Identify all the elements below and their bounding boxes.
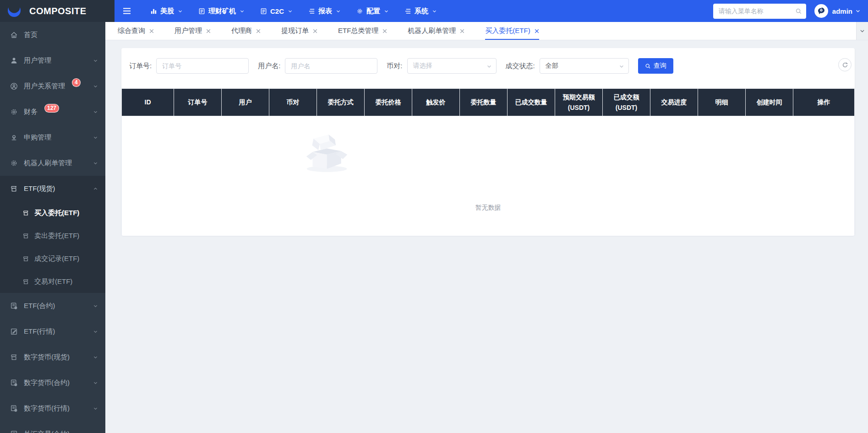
column-header: 明细: [698, 89, 746, 116]
stamp-icon: [10, 134, 18, 141]
user-circle-icon: [10, 82, 18, 90]
chevron-down-icon: [93, 432, 98, 433]
close-icon[interactable]: [382, 29, 387, 33]
chevron-down-icon: [240, 9, 245, 14]
pair-select[interactable]: 请选择: [407, 58, 497, 74]
chevron-down-icon: [93, 303, 98, 309]
search-icon: [645, 63, 651, 69]
username-input[interactable]: [285, 58, 377, 74]
chevron-down-icon: [93, 406, 98, 411]
close-icon[interactable]: [313, 29, 317, 33]
app-logo[interactable]: COMPOSITE: [0, 0, 115, 22]
notification-badge: 127: [44, 104, 59, 113]
close-icon[interactable]: [206, 29, 211, 33]
list-icon: [308, 8, 315, 15]
chevron-down-icon: [93, 109, 98, 114]
empty-text: 暂无数据: [122, 204, 854, 212]
sidebar-item-user-management[interactable]: 用户管理: [0, 48, 105, 73]
sidebar-item-etf-spot[interactable]: ETF(现货): [0, 176, 105, 201]
search-icon: [795, 8, 802, 15]
hamburger-menu-icon[interactable]: [120, 5, 134, 17]
close-icon[interactable]: [460, 29, 464, 33]
tab-user-management[interactable]: 用户管理: [175, 22, 211, 40]
nav-item-reports[interactable]: 报表: [304, 0, 345, 22]
gear-icon: [10, 159, 18, 167]
column-header: 币对: [269, 89, 317, 116]
sidebar-item-home[interactable]: 首页: [0, 22, 105, 48]
document-gear-icon: [10, 405, 18, 412]
chevron-down-icon: [93, 380, 98, 385]
sidebar-item-finance[interactable]: 财务 127: [0, 99, 105, 124]
nav-item-system[interactable]: 系统: [400, 0, 442, 22]
sidebar-item-subscription[interactable]: 申购管理: [0, 124, 105, 150]
bar-chart-icon: [150, 8, 157, 15]
sidebar-item-user-relations[interactable]: 用户关系管理 4: [0, 73, 105, 99]
top-nav-menu: 美股 理财矿机 C2C 报表: [146, 0, 442, 22]
content-card: 订单号: 用户名: 币对: 请选择 成交状态: 全部: [121, 48, 855, 236]
chevron-down-icon: [93, 135, 98, 140]
column-header: 操作: [793, 89, 855, 116]
shop-icon: [22, 233, 29, 239]
chevron-down-icon: [178, 9, 183, 14]
sidebar-subitem-trading-pairs-etf[interactable]: 交易对(ETF): [0, 270, 105, 293]
nav-item-wealth-miner[interactable]: 理财矿机: [194, 0, 249, 22]
chevron-down-icon: [336, 9, 341, 14]
column-header: 交易进度: [650, 89, 698, 116]
sidebar-subitem-trade-records-etf[interactable]: 成交记录(ETF): [0, 247, 105, 270]
nav-item-c2c[interactable]: C2C: [256, 0, 297, 22]
column-header: ID: [122, 89, 174, 116]
column-header: 已成交额(USDT): [603, 89, 650, 116]
sidebar-item-robot-orders[interactable]: 机器人刷单管理: [0, 150, 105, 176]
column-header: 用户: [222, 89, 269, 116]
tab-buy-order-etf[interactable]: 买入委托(ETF): [485, 22, 539, 40]
shop-icon: [22, 210, 29, 216]
nav-item-config[interactable]: 配置: [352, 0, 393, 22]
order-no-input[interactable]: [156, 58, 249, 74]
sidebar-item-forex-contract[interactable]: 外汇交易(合约): [0, 421, 105, 433]
username-label: 用户名:: [258, 62, 280, 70]
chevron-down-icon: [93, 161, 98, 166]
chevron-down-icon[interactable]: [855, 8, 861, 14]
close-icon[interactable]: [535, 29, 539, 33]
tab-etf-category-management[interactable]: ETF总类管理: [338, 22, 387, 40]
sidebar-item-etf-contract[interactable]: ETF(合约): [0, 293, 105, 319]
sidebar-subitem-sell-order-etf[interactable]: 卖出委托(ETF): [0, 224, 105, 247]
document-gear-icon: [10, 379, 18, 387]
document-icon: [10, 430, 18, 433]
crescent-logo-icon: [4, 4, 25, 18]
pair-label: 币对:: [387, 62, 402, 70]
tab-withdrawal-orders[interactable]: 提现订单: [281, 22, 317, 40]
list-icon: [404, 8, 411, 15]
user-avatar[interactable]: [814, 4, 828, 18]
user-icon: [10, 57, 18, 65]
menu-search-input[interactable]: [713, 4, 806, 19]
navbar-right: admin: [713, 4, 868, 19]
sidebar-subitem-buy-order-etf[interactable]: 买入委托(ETF): [0, 201, 105, 224]
nav-item-us-stocks[interactable]: 美股: [146, 0, 187, 22]
column-header: 已成交数量: [508, 89, 555, 116]
chevron-up-icon: [93, 186, 98, 191]
username-label[interactable]: admin: [832, 7, 852, 15]
sidebar-item-crypto-market[interactable]: 数字货币(行情): [0, 395, 105, 421]
tab-overflow-button[interactable]: [856, 22, 868, 40]
tab-agent[interactable]: 代理商: [231, 22, 261, 40]
shop-icon: [10, 185, 18, 193]
main-content: 订单号: 用户名: 币对: 请选择 成交状态: 全部: [105, 41, 868, 433]
home-icon: [10, 31, 18, 39]
sidebar-item-crypto-spot[interactable]: 数字货币(现货): [0, 344, 105, 370]
status-select[interactable]: 全部: [540, 58, 629, 74]
sidebar-item-etf-market[interactable]: ETF(行情): [0, 319, 105, 344]
close-icon[interactable]: [256, 29, 261, 33]
column-header: 委托价格: [365, 89, 412, 116]
tab-comprehensive-query[interactable]: 综合查询: [118, 22, 154, 40]
tab-robot-order-management[interactable]: 机器人刷单管理: [408, 22, 464, 40]
sidebar-item-crypto-contract[interactable]: 数字货币(合约): [0, 370, 105, 395]
refresh-button[interactable]: [838, 58, 852, 71]
empty-box-illustration: [304, 131, 353, 173]
close-icon[interactable]: [149, 29, 154, 33]
chevron-down-icon: [93, 84, 98, 89]
document-icon: [198, 8, 205, 15]
orders-table: ID 订单号 用户 币对 委托方式 委托价格 触发价 委托数量 已成交数量 预期…: [121, 88, 855, 116]
chevron-down-icon: [93, 329, 98, 334]
query-button[interactable]: 查询: [638, 58, 673, 74]
